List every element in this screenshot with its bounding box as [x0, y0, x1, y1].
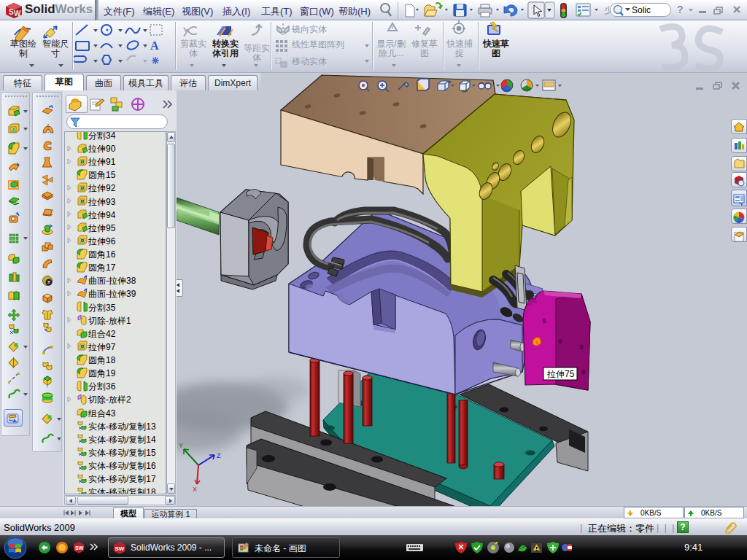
svg-text:拉伸75: 拉伸75	[546, 369, 575, 379]
svg-text:S: S	[9, 8, 14, 16]
svg-text:W: W	[14, 9, 21, 18]
svg-text:X: X	[193, 486, 197, 493]
svg-text:SW: SW	[75, 545, 84, 551]
svg-text:SW: SW	[115, 545, 125, 552]
svg-text:Solic: Solic	[632, 5, 651, 15]
svg-text:Z: Z	[217, 452, 221, 459]
svg-text:Y: Y	[179, 442, 183, 449]
svg-text:A: A	[150, 39, 159, 52]
